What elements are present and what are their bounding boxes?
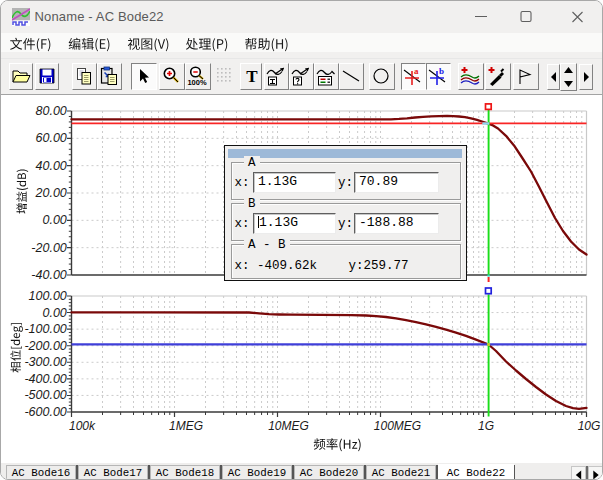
- svg-text:1G: 1G: [478, 419, 494, 433]
- svg-text:60.00: 60.00: [36, 131, 67, 145]
- svg-text:100MEG: 100MEG: [374, 419, 421, 433]
- svg-text:-600.00: -600.00: [24, 405, 66, 419]
- svg-text:-400.00: -400.00: [24, 372, 66, 386]
- svg-text:-200.00: -200.00: [24, 339, 66, 353]
- svg-text:100k: 100k: [69, 419, 96, 433]
- svg-text:1MEG: 1MEG: [169, 419, 203, 433]
- svg-text:10G: 10G: [578, 419, 601, 433]
- svg-text:100.00: 100.00: [29, 289, 67, 303]
- svg-text:40.00: 40.00: [36, 159, 67, 173]
- svg-text:-100.00: -100.00: [24, 322, 66, 336]
- svg-text:-40.00: -40.00: [31, 268, 66, 282]
- svg-text:20.00: 20.00: [35, 186, 67, 200]
- svg-text:80.00: 80.00: [36, 104, 67, 118]
- svg-text:-300.00: -300.00: [24, 355, 66, 369]
- svg-text:-500.00: -500.00: [24, 388, 66, 402]
- svg-text:-20.00: -20.00: [31, 241, 66, 255]
- svg-text:0.00: 0.00: [42, 213, 66, 227]
- svg-text:0.00: 0.00: [42, 306, 66, 320]
- svg-text:10MEG: 10MEG: [268, 419, 309, 433]
